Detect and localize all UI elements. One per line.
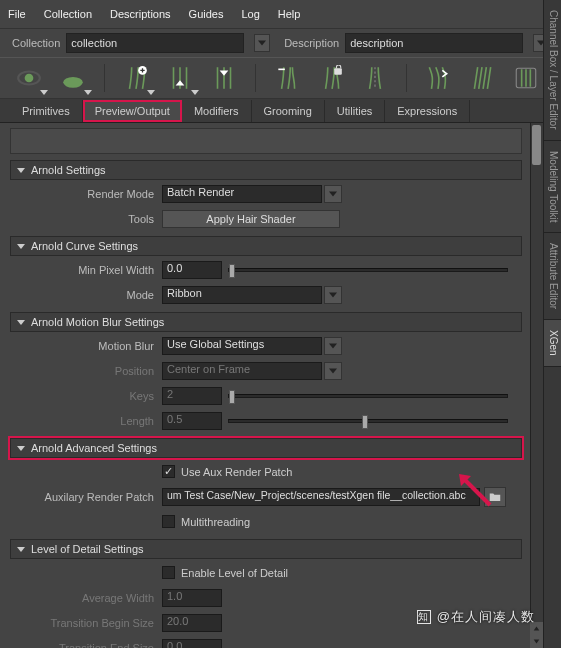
watermark: 知 @在人间凑人数 — [417, 608, 535, 626]
transition-end-field: 0.0 — [162, 639, 222, 649]
length-slider — [228, 419, 508, 423]
aux-render-patch-field[interactable]: um Test Case/New_Project/scenes/testXgen… — [162, 488, 480, 506]
toolbar — [0, 57, 561, 99]
render-mode-dropdown[interactable]: Batch Render — [162, 185, 322, 203]
tab-bar: Primitives Preview/Output Modifiers Groo… — [0, 99, 561, 123]
min-pixel-width-field[interactable]: 0.0 — [162, 261, 222, 279]
guides-length-icon[interactable] — [270, 63, 304, 93]
description-dropdown[interactable]: description — [345, 33, 523, 53]
position-dropdown: Center on Frame — [162, 362, 322, 380]
main-panel: Arnold Settings Render Mode Batch Render… — [0, 123, 543, 648]
tab-modifiers[interactable]: Modifiers — [182, 100, 252, 122]
add-guides-icon[interactable] — [119, 63, 153, 93]
enable-lod-checkbox[interactable] — [162, 566, 175, 579]
menubar: File Collection Descriptions Guides Log … — [0, 0, 561, 29]
visibility-icon[interactable] — [12, 63, 46, 93]
motion-blur-dropdown[interactable]: Use Global Settings — [162, 337, 322, 355]
length-label: Length — [10, 415, 162, 427]
keys-field: 2 — [162, 387, 222, 405]
multithreading-checkbox[interactable] — [162, 515, 175, 528]
keys-slider — [228, 394, 508, 398]
menu-help[interactable]: Help — [278, 8, 301, 20]
section-arnold-curve[interactable]: Arnold Curve Settings — [10, 236, 522, 256]
zhihu-logo-icon: 知 — [417, 610, 431, 624]
avg-width-label: Average Width — [10, 592, 162, 604]
collection-dropdown[interactable]: collection — [66, 33, 244, 53]
convert-up-icon[interactable] — [207, 63, 241, 93]
brush-icon[interactable] — [56, 63, 90, 93]
motion-blur-dropdown-arrow[interactable] — [324, 337, 342, 355]
position-dropdown-arrow — [324, 362, 342, 380]
tab-preview-output[interactable]: Preview/Output — [83, 100, 182, 122]
tab-expressions[interactable]: Expressions — [385, 100, 470, 122]
menu-guides[interactable]: Guides — [189, 8, 224, 20]
tab-utilities[interactable]: Utilities — [325, 100, 385, 122]
tab-grooming[interactable]: Grooming — [252, 100, 325, 122]
section-arnold-settings[interactable]: Arnold Settings — [10, 160, 522, 180]
section-arnold-mblur[interactable]: Arnold Motion Blur Settings — [10, 312, 522, 332]
side-tab-modeling[interactable]: Modeling Toolkit — [544, 141, 561, 234]
position-label: Position — [10, 365, 162, 377]
guides-clump-icon[interactable] — [465, 63, 499, 93]
svg-point-1 — [25, 74, 34, 83]
menu-log[interactable]: Log — [241, 8, 259, 20]
collection-label: Collection — [12, 37, 60, 49]
render-mode-dropdown-arrow[interactable] — [324, 185, 342, 203]
tools-label: Tools — [10, 213, 162, 225]
section-lod[interactable]: Level of Detail Settings — [10, 539, 522, 559]
scroll-down-arrow[interactable] — [530, 635, 543, 648]
aux-render-patch-label: Auxilary Render Patch — [10, 491, 162, 503]
curve-mode-dropdown[interactable]: Ribbon — [162, 286, 322, 304]
transition-begin-label: Transition Begin Size — [10, 617, 162, 629]
svg-point-2 — [63, 77, 83, 88]
min-pixel-width-label: Min Pixel Width — [10, 264, 162, 276]
watermark-text: @在人间凑人数 — [437, 608, 535, 626]
guides-bend-icon[interactable] — [421, 63, 455, 93]
tab-primitives[interactable]: Primitives — [10, 100, 83, 122]
render-mode-label: Render Mode — [10, 188, 162, 200]
guides-region-icon[interactable] — [509, 63, 543, 93]
use-aux-render-patch-checkbox[interactable] — [162, 465, 175, 478]
convert-down-icon[interactable] — [163, 63, 197, 93]
curve-mode-dropdown-arrow[interactable] — [324, 286, 342, 304]
transition-end-label: Transition End Size — [10, 642, 162, 649]
description-label: Description — [284, 37, 339, 49]
multithreading-label: Multithreading — [181, 516, 250, 528]
collection-dropdown-arrow[interactable] — [254, 34, 270, 52]
menu-file[interactable]: File — [8, 8, 26, 20]
transition-begin-field: 20.0 — [162, 614, 222, 632]
enable-lod-label: Enable Level of Detail — [181, 567, 288, 579]
apply-hair-shader-button[interactable]: Apply Hair Shader — [162, 210, 340, 228]
guides-lock-icon[interactable] — [314, 63, 348, 93]
section-arnold-advanced[interactable]: Arnold Advanced Settings — [10, 438, 522, 458]
scrollbar-thumb[interactable] — [532, 125, 541, 165]
side-tab-xgen[interactable]: XGen — [544, 320, 561, 367]
menu-descriptions[interactable]: Descriptions — [110, 8, 171, 20]
keys-label: Keys — [10, 390, 162, 402]
avg-width-field: 1.0 — [162, 589, 222, 607]
side-tabs: Channel Box / Layer Editor Modeling Tool… — [543, 0, 561, 648]
vertical-scrollbar[interactable] — [530, 123, 543, 648]
length-field: 0.5 — [162, 412, 222, 430]
svg-rect-4 — [334, 68, 342, 75]
use-aux-render-patch-label: Use Aux Render Patch — [181, 466, 292, 478]
menu-collection[interactable]: Collection — [44, 8, 92, 20]
collection-row: Collection collection Description descri… — [0, 29, 561, 57]
partial-section-above — [10, 128, 522, 154]
side-tab-channelbox[interactable]: Channel Box / Layer Editor — [544, 0, 561, 141]
min-pixel-width-slider[interactable] — [228, 268, 508, 272]
curve-mode-label: Mode — [10, 289, 162, 301]
motion-blur-label: Motion Blur — [10, 340, 162, 352]
guides-mirror-icon[interactable] — [358, 63, 392, 93]
side-tab-attribute[interactable]: Attribute Editor — [544, 233, 561, 320]
browse-folder-button[interactable] — [484, 487, 506, 507]
